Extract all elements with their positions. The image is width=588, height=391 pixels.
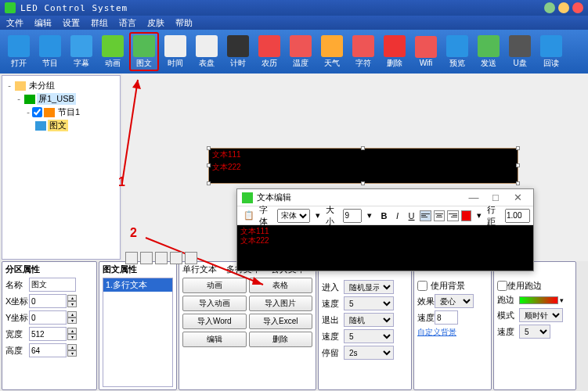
import-anim-button[interactable]: 导入动画 — [182, 296, 247, 311]
mini-icon-4[interactable] — [170, 252, 182, 264]
exit-select[interactable]: 随机 — [344, 313, 394, 327]
zone-w-input[interactable] — [29, 327, 67, 341]
custom-bg-link[interactable]: 自定义背景 — [417, 327, 456, 338]
stay-select[interactable]: 2s — [344, 346, 394, 360]
tool-readback[interactable]: 回读 — [536, 32, 566, 71]
italic-button[interactable]: I — [392, 210, 403, 222]
import-word-button[interactable]: 导入Word — [182, 314, 247, 329]
tool-wifi[interactable]: Wifi — [411, 32, 441, 71]
font-dropdown[interactable]: ▾ — [312, 209, 323, 222]
tree-item[interactable]: 图文 — [5, 119, 117, 132]
size-dropdown[interactable]: ▾ — [364, 209, 375, 222]
tool-subtitle[interactable]: 字幕 — [67, 32, 96, 71]
tool-char[interactable]: 字符 — [348, 32, 378, 71]
import-excel-button[interactable]: 导入Excel — [249, 314, 313, 329]
tool-time[interactable]: 时间 — [161, 32, 190, 71]
font-label: 字体 — [259, 204, 275, 228]
color-swatch[interactable] — [461, 210, 471, 221]
handle-tr[interactable] — [516, 146, 520, 150]
menu-edit[interactable]: 编辑 — [34, 17, 52, 29]
minimize-button[interactable] — [544, 2, 555, 13]
editor-close[interactable]: ✕ — [507, 192, 528, 203]
paste-icon[interactable]: 📋 — [240, 209, 257, 222]
pic-list[interactable]: 1.多行文本 — [103, 278, 173, 387]
pic-panel: 图文属性 1.多行文本 — [99, 261, 177, 390]
preview-region[interactable]: 文本111 文本222 — [208, 148, 518, 184]
tree-root[interactable]: -未分组 — [5, 79, 117, 92]
weather-icon — [321, 35, 343, 57]
table-button[interactable]: 表格 — [249, 278, 313, 293]
close-button[interactable] — [572, 2, 583, 13]
delete-button[interactable]: 删除 — [249, 332, 313, 347]
spacing-input[interactable] — [505, 209, 530, 223]
bg-speed-input[interactable] — [435, 310, 458, 325]
align-right-button[interactable] — [447, 210, 459, 221]
edit-button[interactable]: 编辑 — [182, 332, 247, 347]
enter-select[interactable]: 随机显示 — [344, 280, 394, 294]
menu-settings[interactable]: 设置 — [63, 17, 80, 29]
handle-br[interactable] — [516, 181, 520, 185]
editor-minimize[interactable]: — — [463, 192, 485, 203]
tool-animation[interactable]: 动画 — [98, 32, 128, 71]
edge-mode-select[interactable]: 顺时针 — [519, 308, 563, 322]
edge-bar[interactable] — [519, 296, 558, 304]
zone-x-input[interactable] — [29, 294, 67, 308]
tool-open[interactable]: 打开 — [4, 32, 34, 71]
annotation-label-1: 1 — [118, 175, 125, 189]
font-select[interactable]: 宋体 — [277, 209, 310, 223]
bg-effect-select[interactable]: 爱心 — [435, 294, 474, 308]
handle-tc[interactable] — [361, 146, 365, 150]
zone-name-input[interactable] — [29, 278, 76, 292]
maximize-button[interactable] — [558, 2, 569, 13]
tree-screen[interactable]: -屏1_USB — [5, 92, 117, 106]
speed-select[interactable]: 5 — [344, 296, 394, 310]
tool-dial[interactable]: 表盘 — [192, 32, 222, 71]
mini-icon-2[interactable] — [140, 252, 153, 264]
handle-tl[interactable] — [207, 146, 211, 150]
tool-program[interactable]: 节目 — [35, 32, 65, 71]
tool-send[interactable]: 发送 — [474, 32, 503, 71]
wifi-icon — [415, 36, 437, 58]
use-edge-checkbox[interactable] — [497, 281, 507, 291]
tool-weather[interactable]: 天气 — [317, 32, 347, 71]
tool-lunar[interactable]: 农历 — [254, 32, 284, 71]
menu-file[interactable]: 文件 — [6, 17, 23, 29]
program-checkbox[interactable] — [32, 107, 42, 117]
speed2-select[interactable]: 5 — [344, 329, 394, 343]
tool-temperature[interactable]: 温度 — [286, 32, 316, 71]
mini-icon-3[interactable] — [155, 252, 168, 264]
menu-language[interactable]: 语言 — [119, 17, 136, 29]
align-center-button[interactable] — [434, 210, 446, 221]
mini-icon-5[interactable] — [185, 252, 197, 264]
tool-preview[interactable]: 预览 — [442, 32, 472, 71]
color-dropdown[interactable]: ▾ — [474, 209, 485, 222]
anim-button[interactable]: 动画 — [182, 278, 247, 293]
tool-countdown[interactable]: 计时 — [223, 32, 253, 71]
zone-y-input[interactable] — [29, 310, 67, 325]
menu-group[interactable]: 群组 — [91, 17, 108, 29]
app-icon — [5, 2, 16, 13]
bold-button[interactable]: B — [377, 210, 389, 222]
tool-picture-text[interactable]: 图文 — [129, 32, 159, 71]
handle-ml[interactable] — [207, 163, 211, 167]
handle-bc[interactable] — [361, 181, 365, 185]
underline-button[interactable]: U — [406, 210, 417, 222]
single-text-button[interactable]: 单行文本 — [182, 264, 224, 275]
handle-bl[interactable] — [207, 181, 211, 185]
editor-body[interactable]: 文本111 文本222 — [237, 225, 533, 271]
use-bg-checkbox[interactable] — [417, 281, 427, 291]
edge-speed-select[interactable]: 5 — [519, 325, 550, 339]
zone-h-input[interactable] — [29, 343, 67, 357]
tree-program[interactable]: -节目1 — [5, 106, 117, 119]
import-pic-button[interactable]: 导入图片 — [249, 296, 313, 311]
handle-mr[interactable] — [516, 163, 520, 167]
editor-maximize[interactable]: □ — [485, 192, 507, 203]
menu-help[interactable]: 帮助 — [175, 17, 193, 29]
menu-skin[interactable]: 皮肤 — [147, 17, 164, 29]
tool-usb[interactable]: U盘 — [505, 32, 535, 71]
tool-delete[interactable]: 删除 — [380, 32, 409, 71]
mini-icon-1[interactable] — [125, 252, 138, 264]
pic-list-item[interactable]: 1.多行文本 — [103, 278, 172, 292]
align-left-button[interactable] — [420, 210, 431, 221]
size-input[interactable] — [343, 209, 362, 223]
